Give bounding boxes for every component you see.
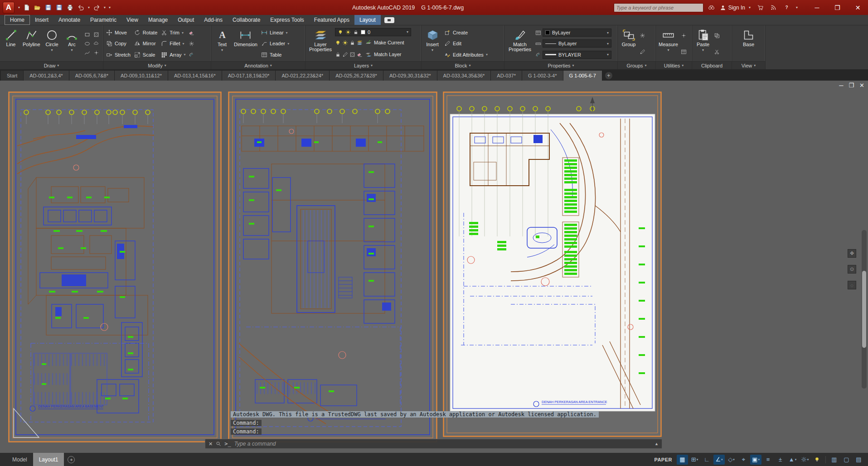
copy-button[interactable]: Copy xyxy=(105,38,132,49)
pan-tool-icon[interactable]: ✥ xyxy=(848,249,856,258)
ribbon-options-icon[interactable] xyxy=(384,17,394,23)
redo-button[interactable] xyxy=(92,2,102,13)
ribbon-tab-addins[interactable]: Add-ins xyxy=(199,15,228,25)
layer-tool-icon[interactable] xyxy=(357,40,363,46)
file-tab[interactable]: AD-009,10,11&12* xyxy=(115,71,168,81)
array-button[interactable]: Array▾ xyxy=(160,49,187,60)
search-button[interactable] xyxy=(707,3,717,13)
scale-button[interactable]: Scale xyxy=(133,49,159,60)
layer-tool-icon[interactable] xyxy=(349,40,355,46)
workspace-switching-icon[interactable]: ▾ xyxy=(799,455,810,465)
dynamic-input-icon[interactable]: ± xyxy=(775,455,786,465)
file-tab[interactable]: AD-037* xyxy=(491,71,522,81)
match-layer-button[interactable]: Match Layer xyxy=(364,49,403,60)
layout-viewport-2[interactable]: DENAH PERKERASAN AREA DALAM GEDUNG xyxy=(228,91,437,442)
zoom-tool-icon[interactable]: ⊙ xyxy=(848,265,856,274)
text-dropdown-icon[interactable]: ▾ xyxy=(221,48,223,53)
object-snap-icon[interactable]: ▣▾ xyxy=(750,455,761,465)
leader-dropdown-icon[interactable]: ▾ xyxy=(287,42,289,46)
clipboard-tool-icon[interactable] xyxy=(714,49,720,55)
ribbon-tab-output[interactable]: Output xyxy=(173,15,199,25)
layer-tool-icon[interactable] xyxy=(342,52,348,58)
leader-button[interactable]: Leader▾ xyxy=(260,38,291,49)
draw-panel-expand-icon[interactable]: ▾ xyxy=(57,63,59,67)
polar-tracking-icon[interactable]: ∠▾ xyxy=(713,455,725,465)
view-panel-label[interactable]: View▾ xyxy=(732,61,765,69)
layer-properties-button[interactable]: Layer Properties xyxy=(307,26,334,61)
ortho-mode-icon[interactable]: ∟ xyxy=(701,455,713,465)
ribbon-tab-layout[interactable]: Layout xyxy=(354,15,381,25)
properties-panel-label[interactable]: Properties▾ xyxy=(504,61,617,69)
clipboard-tool-icon[interactable] xyxy=(714,33,720,38)
dimension-button[interactable]: Dimension xyxy=(233,26,259,61)
point-tool-icon[interactable] xyxy=(92,49,101,57)
command-input[interactable] xyxy=(234,441,651,447)
annotation-panel-expand-icon[interactable]: ▾ xyxy=(270,63,272,67)
properties-tool-icon[interactable] xyxy=(535,41,541,47)
edit-attributes-button[interactable]: Edit Attributes▾ xyxy=(443,49,489,60)
autocad-logo[interactable]: A xyxy=(3,2,15,14)
move-button[interactable]: Move xyxy=(105,28,132,38)
lineweight-dropdown-icon[interactable]: ▾ xyxy=(607,53,609,57)
table-button[interactable]: Table xyxy=(260,49,291,60)
command-close-icon[interactable]: ✕ xyxy=(209,441,213,447)
paste-dropdown-icon[interactable]: ▾ xyxy=(702,48,704,53)
insert-button[interactable]: Insert ▾ xyxy=(423,26,442,61)
help-search-input[interactable] xyxy=(616,5,701,10)
line-button[interactable]: Line xyxy=(1,26,20,61)
ribbon-tab-home[interactable]: Home xyxy=(5,15,30,25)
insert-dropdown-icon[interactable]: ▾ xyxy=(432,48,433,53)
paper-space-indicator[interactable]: PAPER xyxy=(654,457,672,462)
ribbon-tab-annotate[interactable]: Annotate xyxy=(53,15,85,25)
ribbon-tab-parametric[interactable]: Parametric xyxy=(85,15,121,25)
rectangle-tool-icon[interactable] xyxy=(83,31,92,39)
scrollbar-thumb[interactable] xyxy=(862,271,866,348)
qat-customize-icon[interactable]: ▾ xyxy=(107,5,112,10)
help-search-box[interactable] xyxy=(614,3,703,12)
save-as-button[interactable] xyxy=(54,2,64,13)
layers-panel-label[interactable]: Layers▾ xyxy=(305,61,421,69)
ribbon-tab-manage[interactable]: Manage xyxy=(143,15,173,25)
make-current-button[interactable]: Make Current xyxy=(364,38,406,48)
isometric-drafting-icon[interactable]: ◇▾ xyxy=(726,455,737,465)
annotation-panel-label[interactable]: Annotation▾ xyxy=(211,61,305,69)
lineweight-dropdown[interactable]: BYLAYER ▾ xyxy=(543,51,611,59)
app-store-button[interactable] xyxy=(755,3,765,13)
linetype-dropdown[interactable]: ByLayer ▾ xyxy=(543,39,611,48)
circle-dropdown-icon[interactable]: ▾ xyxy=(51,48,53,53)
command-recent-icon[interactable]: ▲ xyxy=(655,442,659,446)
object-isolate-icon[interactable] xyxy=(811,455,823,465)
drawing-canvas[interactable]: ─ ❐ ✕ xyxy=(0,81,868,453)
redo-dropdown-icon[interactable]: ▾ xyxy=(102,5,107,10)
spline-tool-icon[interactable] xyxy=(83,49,92,57)
layer-select-dropdown[interactable]: 0 ▾ xyxy=(335,28,411,36)
orbit-tool-icon[interactable]: ◌ xyxy=(848,281,856,289)
save-button[interactable] xyxy=(43,2,53,13)
minimize-window-button[interactable]: ─ xyxy=(807,0,827,15)
circle-button[interactable]: Circle ▾ xyxy=(43,26,62,61)
polyline-button[interactable]: Polyline xyxy=(21,26,42,61)
utilities-panel-expand-icon[interactable]: ▾ xyxy=(682,63,684,67)
object-color-dropdown-icon[interactable]: ▾ xyxy=(607,31,609,35)
layout-viewport-3[interactable]: DENAH PERKERASAN AREA ENTRANCE xyxy=(443,91,662,437)
doc-restore-icon[interactable]: ❐ xyxy=(849,82,854,89)
stay-connected-button[interactable] xyxy=(768,3,778,13)
plot-button[interactable] xyxy=(65,2,75,13)
layer-tool-icon[interactable] xyxy=(349,52,355,58)
layout-viewport-1[interactable]: DENAH PERKERASAN AREA BASEMENT xyxy=(8,91,222,442)
object-color-dropdown[interactable]: ByLayer ▾ xyxy=(543,29,611,37)
layer-dropdown-icon[interactable]: ▾ xyxy=(407,30,408,34)
grid-display-icon[interactable]: ▦ xyxy=(677,455,688,465)
modify-panel-label[interactable]: Modify▾ xyxy=(103,61,211,69)
ribbon-tab-view[interactable]: View xyxy=(121,15,143,25)
groups-panel-label[interactable]: Groups▾ xyxy=(618,61,655,69)
block-panel-expand-icon[interactable]: ▾ xyxy=(469,63,470,67)
utilities-tool-icon[interactable] xyxy=(681,49,687,55)
help-dropdown-icon[interactable]: ▾ xyxy=(795,5,799,10)
annotation-scale-icon[interactable]: ▲▾ xyxy=(787,455,798,465)
file-tab[interactable]: G 1-002-3-4* xyxy=(522,71,563,81)
properties-tool-icon[interactable] xyxy=(535,30,541,36)
sign-in-menu[interactable]: Sign In ▾ xyxy=(720,5,752,11)
arc-button[interactable]: Arc ▾ xyxy=(63,26,82,61)
ribbon-tab-collaborate[interactable]: Collaborate xyxy=(228,15,265,25)
